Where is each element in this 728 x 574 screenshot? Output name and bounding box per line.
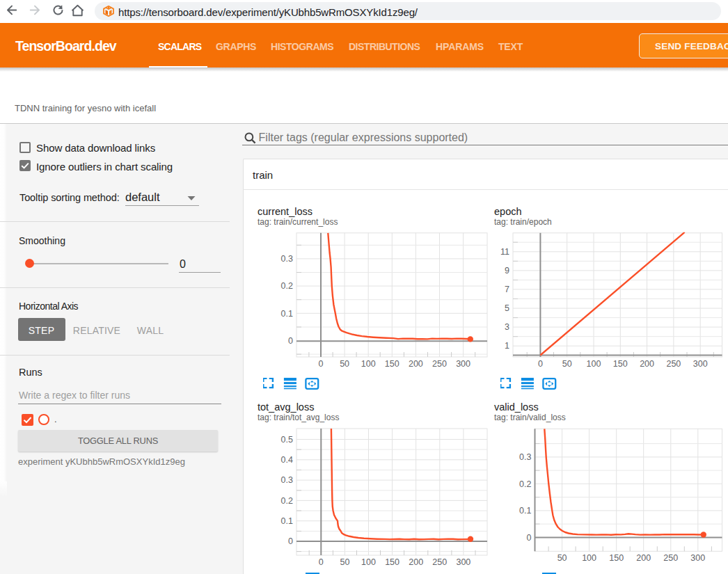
svg-text:0: 0	[288, 336, 293, 346]
svg-text:50: 50	[340, 557, 349, 567]
svg-text:300: 300	[456, 557, 470, 567]
svg-text:0: 0	[288, 536, 293, 546]
svg-text:0.2: 0.2	[519, 479, 531, 489]
svg-text:0.3: 0.3	[281, 475, 293, 485]
svg-text:150: 150	[609, 553, 624, 563]
svg-text:200: 200	[640, 359, 654, 368]
svg-text:0.3: 0.3	[281, 254, 293, 264]
svg-text:100: 100	[361, 557, 376, 567]
svg-text:300: 300	[693, 359, 708, 368]
svg-text:11: 11	[500, 247, 509, 257]
svg-text:200: 200	[409, 557, 423, 567]
svg-text:0.1: 0.1	[281, 309, 293, 319]
svg-text:300: 300	[690, 553, 705, 563]
svg-text:100: 100	[582, 553, 596, 563]
svg-text:200: 200	[409, 359, 423, 368]
svg-text:3: 3	[505, 322, 509, 332]
svg-text:7: 7	[505, 285, 509, 294]
svg-text:300: 300	[456, 359, 470, 368]
svg-text:9: 9	[505, 266, 509, 276]
svg-text:150: 150	[613, 359, 628, 368]
svg-text:5: 5	[505, 303, 509, 313]
svg-text:0: 0	[527, 533, 532, 543]
svg-text:250: 250	[666, 359, 681, 368]
svg-text:50: 50	[562, 359, 572, 368]
svg-text:0.1: 0.1	[519, 506, 531, 516]
svg-text:250: 250	[663, 553, 678, 563]
svg-text:50: 50	[340, 359, 349, 368]
svg-text:0.2: 0.2	[281, 281, 293, 291]
svg-text:0: 0	[319, 359, 324, 368]
svg-text:50: 50	[557, 553, 567, 563]
svg-text:1: 1	[505, 341, 509, 351]
svg-text:250: 250	[432, 557, 447, 567]
svg-text:0.4: 0.4	[281, 455, 293, 465]
svg-text:200: 200	[636, 553, 651, 563]
svg-text:100: 100	[361, 359, 376, 368]
svg-text:150: 150	[385, 557, 399, 567]
svg-text:0.3: 0.3	[519, 452, 531, 462]
svg-text:0: 0	[319, 557, 324, 567]
svg-text:250: 250	[432, 359, 447, 368]
svg-text:0.2: 0.2	[281, 496, 293, 506]
svg-text:0.5: 0.5	[281, 435, 293, 445]
svg-text:150: 150	[385, 359, 399, 368]
svg-text:0: 0	[538, 359, 543, 368]
svg-text:100: 100	[587, 359, 601, 368]
svg-text:0.1: 0.1	[281, 516, 293, 526]
